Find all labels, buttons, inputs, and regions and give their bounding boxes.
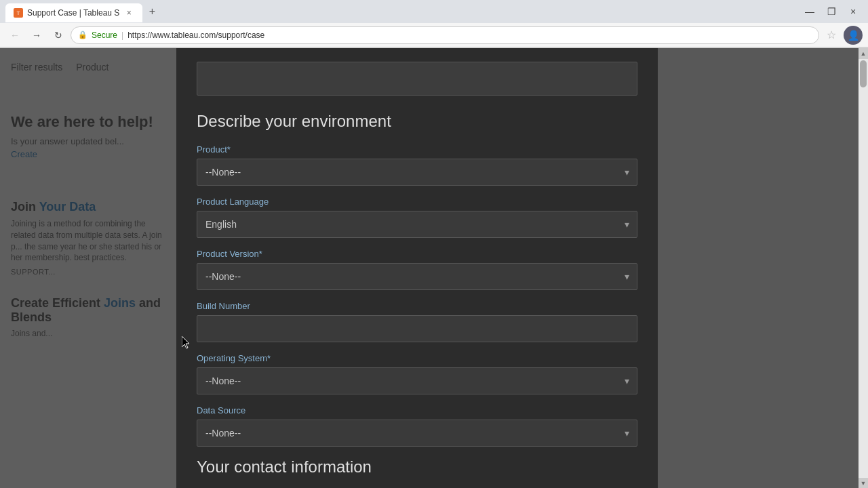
describe-environment-heading: Describe your environment [197,112,637,131]
product-group: Product* --None-- [197,144,637,186]
product-label: Product* [197,144,637,155]
top-textarea-wrapper [197,62,637,98]
back-button[interactable]: ← [5,26,24,45]
operating-system-select[interactable]: --None-- [197,367,637,394]
product-version-select-wrapper: --None-- [197,263,637,290]
scroll-track [859,59,868,478]
close-button[interactable]: × [844,2,863,21]
secure-icon: 🔒 [78,30,87,39]
product-select-wrapper: --None-- [197,159,637,186]
nav-bar: ← → ↻ 🔒 Secure | https://www.tableau.com… [0,23,868,47]
build-number-label: Build Number [197,301,637,311]
operating-system-group: Operating System* --None-- [197,353,637,394]
product-language-select-wrapper: English French German Japanese Korean Po… [197,211,637,238]
tab-favicon: T [14,8,23,18]
build-number-input[interactable] [197,315,637,342]
product-language-group: Product Language English French German J… [197,197,637,238]
product-language-label: Product Language [197,197,637,207]
svg-text:T: T [17,10,20,16]
product-select[interactable]: --None-- [197,159,637,186]
contact-information-heading: Your contact information [197,458,637,476]
title-bar: T Support Case | Tableau S × + — ❐ × [0,0,868,23]
browser-chrome: T Support Case | Tableau S × + — ❐ × ← →… [0,0,868,48]
scroll-thumb[interactable] [860,60,867,87]
minimize-button[interactable]: — [800,2,819,21]
description-textarea[interactable] [197,62,637,96]
profile-icon: 👤 [848,30,859,41]
form-panel: Describe your environment Product* --Non… [176,48,658,488]
secure-label: Secure [92,30,117,40]
product-version-label: Product Version* [197,249,637,259]
window-controls: — ❐ × [800,2,863,21]
profile-button[interactable]: 👤 [844,26,863,45]
operating-system-label: Operating System* [197,353,637,363]
build-number-group: Build Number [197,301,637,342]
operating-system-select-wrapper: --None-- [197,367,637,394]
bookmark-button[interactable]: ☆ [822,26,841,45]
url-text: https://www.tableau.com/support/case [127,30,264,40]
address-bar[interactable]: 🔒 Secure | https://www.tableau.com/suppo… [71,26,819,44]
scrollbar[interactable]: ▲ ▼ [859,48,868,488]
forward-button[interactable]: → [27,26,46,45]
page-wrapper: Filter results Product We are here to he… [0,48,868,488]
new-tab-button[interactable]: + [142,2,161,21]
reload-button[interactable]: ↻ [49,26,68,45]
restore-button[interactable]: ❐ [822,2,841,21]
product-version-group: Product Version* --None-- [197,249,637,290]
product-version-select[interactable]: --None-- [197,263,637,290]
scroll-down-arrow[interactable]: ▼ [859,478,868,488]
tab-title: Support Case | Tableau S [27,8,119,18]
url-separator: | [121,30,123,40]
scroll-up-arrow[interactable]: ▲ [859,48,868,59]
data-source-label: Data Source [197,405,637,415]
data-source-select-wrapper: --None-- [197,420,637,447]
tab-close-button[interactable]: × [123,7,134,18]
product-language-select[interactable]: English French German Japanese Korean Po… [197,211,637,238]
data-source-group: Data Source --None-- [197,405,637,447]
data-source-select[interactable]: --None-- [197,420,637,447]
browser-tab[interactable]: T Support Case | Tableau S × [5,3,142,22]
